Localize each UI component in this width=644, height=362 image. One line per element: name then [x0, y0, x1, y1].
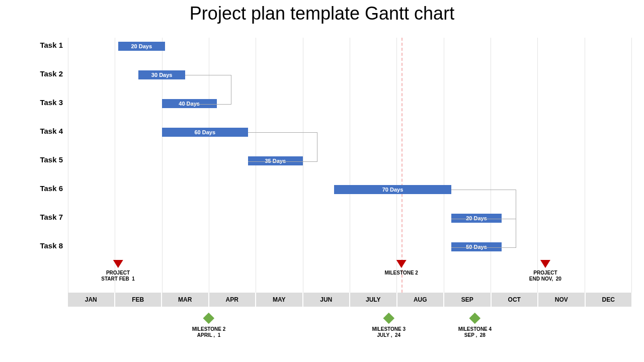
month-cell: APR: [209, 293, 256, 307]
month-cell: JULY: [350, 293, 396, 307]
task-label: Task 6: [20, 184, 63, 193]
month-cell: MAY: [256, 293, 302, 307]
task-bar: 60 Days: [162, 128, 248, 137]
page-title: Project plan template Gantt chart: [0, 3, 644, 24]
task-label: Task 7: [20, 213, 63, 221]
task-bar: 50 Days: [451, 242, 502, 251]
milestone-bottom: MILESTONE 4 SEP , 28: [458, 314, 492, 338]
triangle-down-icon: [113, 260, 123, 268]
milestone-top: PROJECT START FEB 1: [101, 260, 134, 282]
task-bar: 40 Days: [162, 99, 217, 108]
task-label: Task 1: [20, 41, 63, 49]
task-bar: 20 Days: [118, 42, 165, 51]
month-cell: DEC: [586, 293, 632, 307]
task-label: Task 2: [20, 69, 63, 78]
diamond-icon: [203, 313, 215, 324]
milestone-bottom: MILESTONE 3 JULY , 24: [372, 314, 406, 338]
milestone-top: PROJECT END NOV, 20: [529, 260, 561, 282]
month-cell: NOV: [538, 293, 585, 307]
month-cell: AUG: [397, 293, 444, 307]
task-bar: 70 Days: [334, 185, 451, 194]
month-cell: JAN: [68, 293, 114, 307]
task-bar: 35 Days: [248, 156, 303, 165]
gantt-chart: JANFEBMARAPRMAYJUNJULYAUGSEPOCTNOVDEC Ta…: [20, 38, 634, 307]
progress-line: [401, 38, 403, 293]
triangle-down-icon: [396, 260, 407, 268]
diamond-icon: [469, 313, 481, 324]
task-label: Task 4: [20, 127, 63, 135]
month-cell: OCT: [492, 293, 538, 307]
milestone-bottom: MILESTONE 2 APRIL , 1: [192, 314, 226, 338]
task-label: Task 8: [20, 241, 63, 250]
month-cell: JUN: [303, 293, 350, 307]
month-cell: MAR: [162, 293, 208, 307]
triangle-down-icon: [540, 260, 550, 268]
month-axis: JANFEBMARAPRMAYJUNJULYAUGSEPOCTNOVDEC: [68, 293, 631, 307]
task-label: Task 5: [20, 155, 63, 164]
milestone-top: MILESTONE 2: [384, 260, 418, 276]
task-bar: 20 Days: [451, 214, 502, 223]
diamond-icon: [383, 313, 394, 324]
month-cell: SEP: [444, 293, 491, 307]
task-bar: 30 Days: [138, 70, 185, 79]
task-label: Task 3: [20, 98, 63, 107]
month-cell: FEB: [115, 293, 162, 307]
